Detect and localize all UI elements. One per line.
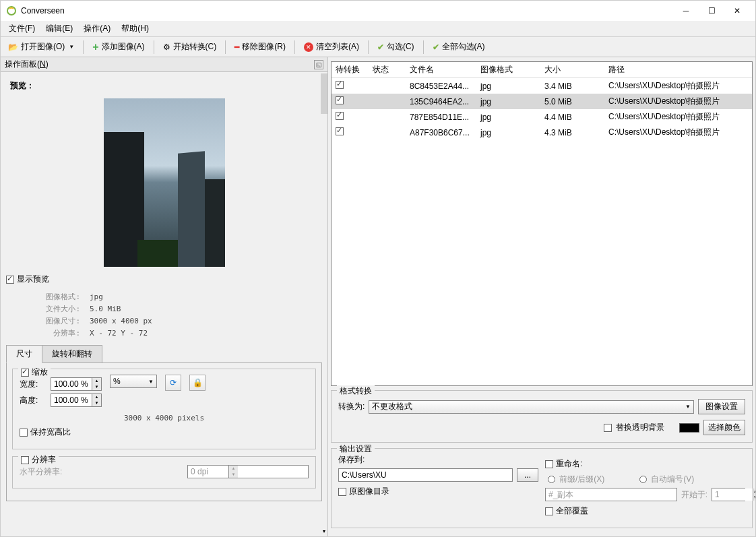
cell-filename: 787E854D11E... — [406, 109, 476, 125]
chevron-down-icon: ▼ — [69, 44, 74, 50]
rename-checkbox[interactable] — [545, 460, 553, 468]
table-row[interactable]: 787E854D11E...jpg4.4 MiBC:\Users\XU\Desk… — [332, 109, 752, 125]
right-panel: 待转换 状态 文件名 图像格式 大小 路径 8C8453E2A44...jpg3… — [328, 57, 755, 536]
output-settings-section: 输出设置 保存到: ... 原图像目录 重命名: — [331, 448, 753, 528]
scale-group: 缩放 宽度: ▲▼ 高度: — [12, 369, 316, 449]
table-row[interactable]: A87F30B6C67...jpg4.3 MiBC:\Users\XU\Desk… — [332, 125, 752, 140]
resolution-checkbox[interactable] — [21, 456, 29, 464]
toolbar: 📂 打开图像(O) ▼ + 添加图像(A) ⚙ 开始转换(C) ━ 移除图像(R… — [1, 37, 755, 57]
cell-path: C:\Users\XU\Desktop\拍摄照片 — [604, 78, 752, 94]
cell-filename: 8C8453E2A44... — [406, 78, 476, 94]
show-preview-label: 显示预览 — [17, 274, 49, 285]
col-filename[interactable]: 文件名 — [406, 62, 476, 78]
preview-image — [104, 98, 225, 267]
menu-bar: 文件(F) 编辑(E) 操作(A) 帮助(H) — [1, 21, 755, 37]
save-to-input[interactable] — [338, 468, 513, 482]
tab-rotate-flip[interactable]: 旋转和翻转 — [42, 345, 102, 362]
check-icon: ✔ — [377, 42, 384, 52]
cell-size: 5.0 MiB — [540, 94, 604, 109]
cell-size: 4.4 MiB — [540, 109, 604, 125]
col-size[interactable]: 大小 — [540, 62, 604, 78]
clear-list-button[interactable]: ✕ 清空列表(A) — [299, 39, 364, 55]
minus-icon: ━ — [234, 42, 239, 52]
auto-number-radio[interactable] — [639, 476, 647, 483]
cell-path: C:\Users\XU\Desktop\拍摄照片 — [604, 125, 752, 140]
row-checkbox[interactable] — [336, 81, 344, 89]
menu-edit[interactable]: 编辑(E) — [40, 22, 78, 36]
save-to-label: 保存到: — [338, 454, 538, 466]
format-conversion-section: 格式转换 转换为: 不更改格式▼ 图像设置 替换透明背景 选择颜色 — [331, 390, 753, 443]
hres-label: 水平分辨率: — [20, 466, 73, 478]
gear-icon: ⚙ — [163, 42, 170, 52]
add-images-button[interactable]: + 添加图像(A) — [88, 39, 149, 55]
plus-icon: + — [92, 41, 98, 53]
height-label: 高度: — [20, 395, 45, 406]
tabs: 尺寸 旋转和翻转 — [6, 345, 322, 363]
table-row[interactable]: 8C8453E2A44...jpg3.4 MiBC:\Users\XU\Desk… — [332, 78, 752, 94]
rename-pattern-input[interactable] — [545, 488, 677, 501]
overwrite-checkbox[interactable] — [545, 507, 553, 515]
unit-combo[interactable]: %▼ — [110, 375, 157, 388]
image-settings-button[interactable]: 图像设置 — [698, 399, 745, 414]
remove-images-button[interactable]: ━ 移除图像(R) — [230, 39, 290, 55]
row-checkbox[interactable] — [336, 112, 344, 120]
cell-size: 3.4 MiB — [540, 78, 604, 94]
choose-color-label[interactable]: 选择颜色 — [703, 420, 745, 435]
keep-aspect-checkbox[interactable] — [20, 429, 28, 437]
orig-dir-checkbox[interactable] — [338, 488, 346, 496]
col-pending[interactable]: 待转换 — [332, 62, 369, 78]
open-images-button[interactable]: 📂 打开图像(O) ▼ — [3, 39, 79, 55]
x-circle-icon: ✕ — [304, 42, 313, 52]
left-scrollbar[interactable]: ▾ — [321, 72, 327, 536]
refresh-button[interactable]: ⟳ — [165, 375, 181, 391]
row-checkbox[interactable] — [336, 96, 344, 104]
height-input[interactable]: ▲▼ — [51, 393, 102, 407]
cell-path: C:\Users\XU\Desktop\拍摄照片 — [604, 109, 752, 125]
refresh-icon: ⟳ — [170, 378, 177, 387]
panel-title: 操作面板(N) — [5, 59, 49, 70]
left-panel: 操作面板(N) ◱ 预览： 显示预览 图像格式:jpg 文件大小:5.0 MiB… — [1, 57, 328, 536]
cell-format: jpg — [476, 78, 540, 94]
check-button[interactable]: ✔ 勾选(C) — [373, 39, 419, 55]
convert-to-label: 转换为: — [338, 401, 365, 412]
start-at-input[interactable]: ▲▼ — [712, 488, 745, 501]
cell-format: jpg — [476, 94, 540, 109]
scale-checkbox[interactable] — [21, 369, 29, 377]
panel-header: 操作面板(N) ◱ — [1, 57, 327, 72]
preview-label: 预览： — [10, 80, 322, 92]
col-status[interactable]: 状态 — [369, 62, 406, 78]
browse-button[interactable]: ... — [517, 468, 538, 482]
cell-filename: 135C9464EA2... — [406, 94, 476, 109]
width-label: 宽度: — [20, 379, 45, 390]
convert-to-combo[interactable]: 不更改格式▼ — [369, 400, 694, 414]
result-dims: 3000 x 4000 pixels — [20, 414, 309, 422]
width-input[interactable]: ▲▼ — [51, 377, 102, 391]
table-row[interactable]: 135C9464EA2...jpg5.0 MiBC:\Users\XU\Desk… — [332, 94, 752, 109]
replace-bg-checkbox[interactable] — [604, 424, 612, 432]
file-table[interactable]: 待转换 状态 文件名 图像格式 大小 路径 8C8453E2A44...jpg3… — [331, 61, 753, 386]
cell-size: 4.3 MiB — [540, 125, 604, 140]
menu-action[interactable]: 操作(A) — [78, 22, 116, 36]
check-all-button[interactable]: ✔ 全部勾选(A) — [428, 39, 490, 55]
app-icon — [6, 5, 17, 16]
menu-help[interactable]: 帮助(H) — [116, 22, 154, 36]
show-preview-checkbox[interactable] — [6, 276, 14, 284]
undock-button[interactable]: ◱ — [314, 60, 323, 69]
maximize-button[interactable]: ☐ — [699, 1, 724, 21]
col-format[interactable]: 图像格式 — [476, 62, 540, 78]
prefix-suffix-radio[interactable] — [548, 476, 555, 483]
menu-file[interactable]: 文件(F) — [3, 22, 40, 36]
cell-format: jpg — [476, 109, 540, 125]
color-swatch[interactable] — [679, 423, 699, 433]
folder-icon: 📂 — [8, 42, 18, 52]
cell-filename: A87F30B6C67... — [406, 125, 476, 140]
lock-aspect-button[interactable]: 🔒 — [189, 375, 206, 391]
start-convert-button[interactable]: ⚙ 开始转换(C) — [158, 39, 222, 55]
col-path[interactable]: 路径 — [604, 62, 752, 78]
close-button[interactable]: ✕ — [724, 1, 750, 21]
minimize-button[interactable]: ─ — [673, 1, 699, 21]
hres-input[interactable]: ▲▼ — [187, 465, 309, 478]
tab-size[interactable]: 尺寸 — [6, 345, 42, 363]
row-checkbox[interactable] — [336, 127, 344, 135]
window-title: Converseen — [21, 6, 673, 15]
